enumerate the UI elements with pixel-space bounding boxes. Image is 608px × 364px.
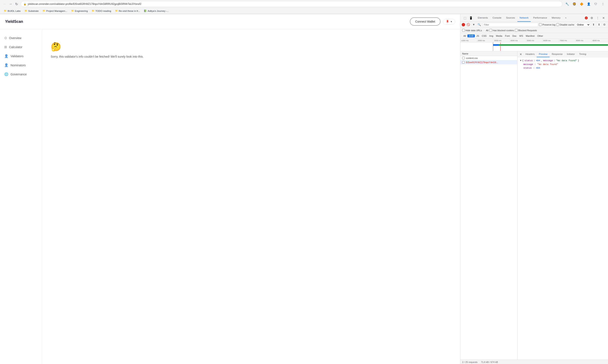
- settings-gear-button[interactable]: ⚙: [602, 22, 607, 27]
- json-status-line: status : 404: [520, 66, 606, 70]
- devtools-error-count[interactable]: 1: [584, 15, 589, 21]
- error-circle-icon: 1: [585, 16, 588, 19]
- bookmarks-bar: 📁 BUIDL Labs 📁 Substrate 📁 Project Manag…: [0, 8, 608, 14]
- brave-shield-button[interactable]: 🦁: [571, 1, 577, 7]
- network-filter-input[interactable]: [482, 23, 538, 27]
- devtools-tab-performance[interactable]: Performance: [531, 14, 549, 22]
- sidebar-item-validators[interactable]: 👤 Validators: [0, 52, 42, 61]
- timeline-vline-blue: [493, 42, 493, 51]
- bookmark-buidl-labs[interactable]: 📁 BUIDL Labs: [2, 9, 22, 13]
- collapse-arrow[interactable]: ▼: [520, 59, 521, 63]
- throttle-select[interactable]: Online Fast 3G Slow 3G Offline: [575, 23, 590, 26]
- blocked-requests-checkbox[interactable]: Blocked Requests: [515, 29, 537, 32]
- devtools-more-button[interactable]: ⋮: [595, 15, 600, 21]
- all-filter-option[interactable]: All: [486, 29, 489, 32]
- bookmark-aditya[interactable]: 📗 Aditya's Journey -...: [142, 9, 170, 13]
- bookmark-substrate[interactable]: 📁 Substrate: [23, 9, 40, 13]
- network-item-et5ne6[interactable]: Et5ne6GRrWZ178npoYdnG8...: [460, 60, 517, 65]
- network-item-content-css[interactable]: content.css: [460, 56, 517, 60]
- bookmark-revisit[interactable]: 📁 Re-visit these in fr...: [113, 9, 142, 13]
- browser-toolbar: ← → ↻ 🔒 yieldscan.onrender.com/validator…: [0, 0, 608, 8]
- filter-img[interactable]: Img: [488, 34, 494, 37]
- devtools-settings-button[interactable]: ⚙: [589, 15, 595, 21]
- timeline-mark-6000: 6000 ms: [542, 39, 559, 42]
- filter-button[interactable]: ▼: [471, 22, 476, 27]
- timeline-vline-red: [500, 42, 501, 51]
- devtools-tab-console[interactable]: Console: [491, 14, 504, 22]
- devtools-tab-memory[interactable]: Memory: [550, 14, 563, 22]
- has-blocked-cookies-checkbox[interactable]: Has blocked cookies: [489, 29, 514, 32]
- timeline-mark-4000: 4000 ms: [510, 39, 526, 42]
- sidebar-item-nominators[interactable]: 👤 Nominators: [0, 61, 42, 70]
- app-body: ⊙ Overview ⊞ Calculator 👤 Validators 👤 N…: [0, 29, 460, 364]
- filter-media[interactable]: Media: [495, 34, 504, 37]
- theme-toggle[interactable]: 📌 ▼: [443, 19, 455, 25]
- item-checkbox[interactable]: [462, 57, 465, 59]
- network-list-header: Name: [460, 51, 517, 56]
- extensions-button[interactable]: 🔧: [564, 1, 570, 7]
- filter-other[interactable]: Other: [536, 34, 544, 37]
- detail-tab-response[interactable]: Response: [550, 51, 565, 57]
- detail-tab-preview[interactable]: Preview: [537, 51, 550, 57]
- filter-all[interactable]: All: [462, 34, 467, 37]
- forward-button[interactable]: →: [8, 1, 13, 7]
- filter-doc[interactable]: Doc: [511, 34, 518, 37]
- network-list: Name content.css Et5ne6GRrWZ178npoYdnG8.…: [460, 51, 517, 360]
- menu-button[interactable]: ⋮: [600, 1, 606, 7]
- json-root-open: ▼ { status : 404 , message : "No data fo…: [520, 59, 606, 63]
- filter-xhr[interactable]: XHR: [467, 34, 475, 37]
- brave-icon-button[interactable]: 🔶: [578, 1, 584, 7]
- bookmark-todo-reading[interactable]: 📁 TODO reading: [90, 9, 113, 13]
- devtools-tab-more[interactable]: »: [563, 14, 569, 22]
- sidebar-item-calculator[interactable]: ⊞ Calculator: [0, 42, 42, 52]
- hide-data-urls-checkbox[interactable]: Hide data URLs: [462, 29, 482, 32]
- filter-css[interactable]: CSS: [480, 34, 488, 37]
- import-button[interactable]: ⬆: [591, 22, 596, 27]
- disable-cache-checkbox[interactable]: Disable cache: [556, 23, 574, 26]
- devtools-header: ⬚ 📱 Elements Console Sources Network Per…: [460, 14, 608, 22]
- bookmark-engineering[interactable]: 📁 Engineering: [69, 9, 90, 13]
- browser-actions: 🔧 🦁 🔶 👤 🛡 ⋮: [564, 1, 606, 7]
- devtools-close-button[interactable]: ✕: [601, 15, 606, 21]
- timeline-mark-3000: 3000 ms: [493, 39, 510, 42]
- requests-count: 2 / 25 requests: [462, 361, 478, 363]
- filter-js[interactable]: JS: [475, 34, 480, 37]
- devtools-device-button[interactable]: 📱: [468, 15, 474, 21]
- devtools-tab-sources[interactable]: Sources: [504, 14, 517, 22]
- record-button[interactable]: [462, 23, 465, 26]
- address-bar[interactable]: 🔒 yieldscan.onrender.com/validator-profi…: [21, 1, 562, 7]
- item-checkbox-2[interactable]: [462, 61, 465, 64]
- filter-font[interactable]: Font: [504, 34, 511, 37]
- error-message: Sorry, this validator's info couldn't be…: [51, 54, 143, 59]
- main-layout: YieldScan Connect Wallet 📌 ▼ ⊙ Overview …: [0, 14, 608, 364]
- devtools-inspect-button[interactable]: ⬚: [462, 15, 468, 21]
- error-content: 🤔 Sorry, this validator's info couldn't …: [51, 38, 452, 59]
- app-header-bar: YieldScan Connect Wallet 📌 ▼: [0, 14, 460, 29]
- connect-wallet-button[interactable]: Connect Wallet: [410, 17, 440, 26]
- devtools-tab-network[interactable]: Network: [517, 14, 530, 22]
- filter-ws[interactable]: WS: [518, 34, 524, 37]
- ublock-button[interactable]: 🛡: [593, 1, 599, 7]
- timeline-mark-7000: 7000 ms: [559, 39, 575, 42]
- detail-tab-headers[interactable]: Headers: [523, 51, 537, 57]
- sidebar-item-overview[interactable]: ⊙ Overview: [0, 33, 42, 42]
- devtools-tab-elements[interactable]: Elements: [476, 14, 490, 22]
- export-button[interactable]: ⬇: [597, 22, 601, 27]
- profile-button[interactable]: 👤: [586, 1, 592, 7]
- bookmark-project-mgmt[interactable]: 📁 Project Managem...: [41, 9, 69, 13]
- detail-tab-timing[interactable]: Timing: [577, 51, 588, 57]
- reload-button[interactable]: ↻: [14, 1, 19, 7]
- sidebar-item-governance[interactable]: 🌐 Governance: [0, 70, 42, 79]
- filter-manifest[interactable]: Manifest: [525, 34, 536, 37]
- detail-tab-initiator[interactable]: Initiator: [565, 51, 577, 57]
- address-text: yieldscan.onrender.com/validator-profile…: [28, 2, 560, 5]
- clear-button[interactable]: 🚫: [466, 22, 471, 27]
- app-logo: YieldScan: [5, 19, 23, 24]
- search-button[interactable]: 🔍: [477, 22, 481, 27]
- preserve-log-checkbox[interactable]: Preserve log: [539, 23, 556, 26]
- detail-close-button[interactable]: ✕: [518, 52, 523, 57]
- timeline-mark-2000: 2000 ms: [477, 39, 493, 42]
- back-button[interactable]: ←: [2, 1, 7, 7]
- timeline-mark-8000: 8000 ms: [575, 39, 592, 42]
- devtools-panel: ⬚ 📱 Elements Console Sources Network Per…: [460, 14, 608, 364]
